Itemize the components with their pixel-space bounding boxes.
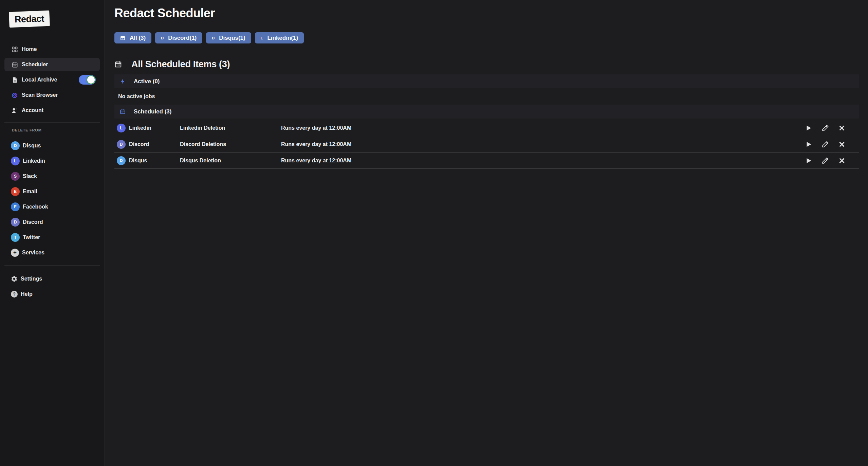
run-job-button[interactable] bbox=[805, 157, 813, 165]
disqus-avatar: D bbox=[11, 141, 20, 150]
sidebar-item-scheduler[interactable]: Scheduler bbox=[4, 58, 100, 71]
job-actions bbox=[805, 140, 859, 148]
discord-letter-icon: D bbox=[161, 36, 164, 40]
facebook-avatar: F bbox=[11, 202, 20, 211]
sidebar-item-label: Settings bbox=[21, 276, 42, 282]
redact-logo: Redact bbox=[9, 11, 50, 28]
calendar-icon bbox=[114, 60, 122, 68]
job-schedule: Runs every day at 12:00AM bbox=[281, 158, 805, 164]
filter-label: Linkedin(1) bbox=[267, 35, 298, 41]
job-name: Disqus Deletion bbox=[180, 158, 281, 164]
job-row-discord: D Discord Discord Deletions Runs every d… bbox=[114, 136, 859, 153]
delete-from-list: D Disqus L Linkedin S Slack E Email F Fa… bbox=[4, 138, 100, 260]
job-service: Discord bbox=[129, 141, 180, 147]
sidebar-service-facebook[interactable]: F Facebook bbox=[4, 199, 100, 214]
filter-linkedin-button[interactable]: L Linkedin(1) bbox=[255, 32, 304, 43]
discord-avatar: D bbox=[11, 218, 20, 227]
filter-disqus-button[interactable]: D Disqus(1) bbox=[206, 32, 251, 43]
power-scan-icon bbox=[11, 92, 18, 98]
calendar-icon bbox=[11, 61, 18, 68]
sidebar-item-home[interactable]: Home bbox=[4, 42, 100, 56]
run-job-button[interactable] bbox=[805, 124, 813, 132]
job-actions bbox=[805, 124, 859, 132]
filter-bar: All (3) D Discord(1) D Disqus(1) L Linke… bbox=[114, 32, 859, 43]
sidebar-service-disqus[interactable]: D Disqus bbox=[4, 138, 100, 153]
sidebar-item-label: Home bbox=[22, 46, 37, 52]
sidebar-service-discord[interactable]: D Discord bbox=[4, 214, 100, 230]
delete-job-button[interactable] bbox=[838, 140, 846, 148]
delete-job-button[interactable] bbox=[838, 124, 846, 132]
service-label: Discord bbox=[23, 219, 43, 225]
scheduled-section-bar: Scheduled (3) bbox=[114, 105, 859, 119]
document-icon bbox=[11, 76, 18, 83]
page-title: Redact Scheduler bbox=[114, 6, 859, 21]
no-active-jobs-text: No active jobs bbox=[114, 88, 859, 105]
sidebar-service-twitter[interactable]: T Twitter bbox=[4, 230, 100, 245]
service-label: Email bbox=[23, 189, 37, 195]
job-schedule: Runs every day at 12:00AM bbox=[281, 141, 805, 147]
discord-avatar: D bbox=[117, 140, 126, 149]
sidebar-add-services[interactable]: + Services bbox=[4, 245, 100, 260]
delete-job-button[interactable] bbox=[838, 157, 846, 165]
filter-label: Disqus(1) bbox=[219, 35, 245, 41]
filter-all-button[interactable]: All (3) bbox=[114, 32, 151, 43]
delete-from-heading: DELETE FROM bbox=[12, 128, 104, 132]
plus-icon: + bbox=[11, 249, 19, 257]
sidebar-item-local-archive[interactable]: Local Archive bbox=[4, 73, 100, 87]
user-icon bbox=[11, 107, 18, 114]
calendar-icon bbox=[120, 109, 126, 114]
calendar-icon bbox=[120, 35, 125, 40]
edit-job-button[interactable] bbox=[821, 124, 829, 132]
lightning-icon bbox=[120, 78, 126, 84]
sidebar-nav: Home Scheduler Local Arch bbox=[4, 42, 100, 117]
email-avatar: E bbox=[11, 187, 20, 196]
sidebar-footer: Settings ? Help bbox=[4, 271, 100, 302]
logo-text: Redact bbox=[15, 13, 44, 24]
slack-avatar: S bbox=[11, 172, 20, 181]
sidebar-item-scan-browser[interactable]: Scan Browser bbox=[4, 88, 100, 102]
service-label: Services bbox=[22, 250, 44, 256]
linkedin-avatar: L bbox=[11, 157, 20, 165]
local-archive-toggle[interactable] bbox=[79, 75, 96, 85]
linkedin-letter-icon: L bbox=[261, 36, 263, 40]
sidebar-divider bbox=[4, 307, 100, 307]
sidebar-service-slack[interactable]: S Slack bbox=[4, 168, 100, 184]
gear-icon bbox=[11, 275, 18, 282]
sidebar-item-settings[interactable]: Settings bbox=[4, 271, 100, 286]
service-label: Disqus bbox=[23, 143, 41, 149]
scheduler-page: Redact Scheduler All (3) D Discord(1) D … bbox=[105, 0, 868, 466]
sidebar-service-linkedin[interactable]: L Linkedin bbox=[4, 153, 100, 168]
scheduled-items-header: All Scheduled Items (3) bbox=[114, 59, 859, 70]
job-service: Linkedin bbox=[129, 125, 180, 131]
linkedin-avatar: L bbox=[117, 124, 126, 132]
job-name: Linkedin Deletion bbox=[180, 125, 281, 131]
toggle-knob bbox=[87, 75, 95, 84]
filter-label: Discord(1) bbox=[168, 35, 197, 41]
job-service: Disqus bbox=[129, 158, 180, 164]
help-icon: ? bbox=[11, 291, 18, 298]
job-row-disqus: D Disqus Disqus Deletion Runs every day … bbox=[114, 153, 859, 169]
active-section-label: Active (0) bbox=[134, 78, 160, 85]
scheduled-jobs-list: L Linkedin Linkedin Deletion Runs every … bbox=[114, 120, 859, 169]
job-name: Discord Deletions bbox=[180, 141, 281, 147]
active-section-bar: Active (0) bbox=[114, 74, 859, 88]
sidebar-divider bbox=[4, 122, 100, 123]
twitter-avatar: T bbox=[11, 233, 20, 242]
sidebar-item-label: Local Archive bbox=[22, 77, 57, 83]
edit-job-button[interactable] bbox=[821, 140, 829, 148]
service-label: Facebook bbox=[23, 204, 48, 210]
run-job-button[interactable] bbox=[805, 140, 813, 148]
filter-label: All (3) bbox=[130, 35, 146, 41]
sidebar-item-help[interactable]: ? Help bbox=[4, 286, 100, 302]
service-label: Twitter bbox=[23, 234, 40, 240]
sidebar-item-label: Help bbox=[21, 291, 33, 297]
sidebar-item-label: Scan Browser bbox=[22, 92, 58, 98]
service-label: Slack bbox=[23, 173, 37, 179]
sidebar-service-email[interactable]: E Email bbox=[4, 184, 100, 199]
service-label: Linkedin bbox=[23, 158, 45, 164]
sidebar-item-account[interactable]: Account bbox=[4, 104, 100, 117]
edit-job-button[interactable] bbox=[821, 157, 829, 165]
filter-discord-button[interactable]: D Discord(1) bbox=[155, 32, 202, 43]
grid-icon bbox=[11, 46, 18, 53]
sidebar-item-label: Scheduler bbox=[22, 61, 48, 68]
